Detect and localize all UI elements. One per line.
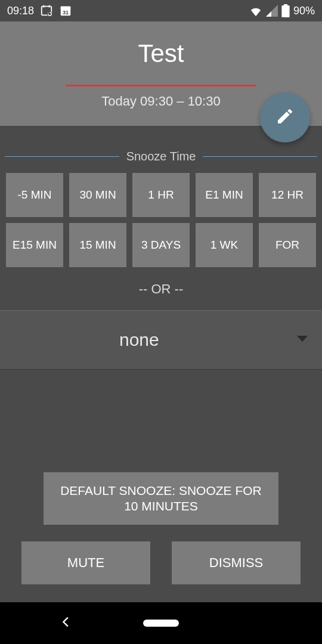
signal-icon: [266, 5, 278, 17]
default-snooze-button[interactable]: DEFAULT SNOOZE: SNOOZE FOR 10 MINUTES: [44, 472, 278, 525]
snooze-option[interactable]: 15 MIN: [69, 223, 126, 267]
battery-percent: 90%: [293, 5, 315, 17]
snooze-option[interactable]: 12 HR: [259, 173, 316, 217]
home-pill[interactable]: [143, 620, 179, 627]
snooze-grid: -5 MIN 30 MIN 1 HR E1 MIN 12 HR E15 MIN …: [0, 173, 322, 267]
back-icon[interactable]: [60, 615, 73, 631]
status-bar: 09:18 31 90%: [0, 0, 322, 21]
snooze-dropdown[interactable]: none: [0, 310, 322, 370]
svg-rect-3: [61, 7, 71, 10]
snooze-option[interactable]: E15 MIN: [6, 223, 63, 267]
snooze-option[interactable]: 1 HR: [132, 173, 190, 217]
svg-rect-5: [281, 5, 289, 17]
event-title: Test: [0, 39, 322, 68]
or-separator: -- OR --: [0, 281, 322, 297]
edit-button[interactable]: [260, 92, 310, 143]
dropdown-selected: none: [119, 330, 159, 350]
svg-rect-6: [284, 4, 288, 6]
chevron-down-icon: [297, 335, 308, 345]
snooze-option[interactable]: FOR: [259, 223, 316, 267]
snooze-option[interactable]: -5 MIN: [6, 173, 63, 217]
calendar-refresh-icon: [40, 4, 53, 17]
snooze-option[interactable]: 30 MIN: [69, 173, 126, 217]
section-header: Snooze Time: [5, 150, 317, 163]
status-time: 09:18: [7, 5, 34, 17]
mute-button[interactable]: MUTE: [21, 541, 150, 584]
navigation-bar: [0, 602, 322, 644]
calendar-date-icon: 31: [59, 4, 72, 17]
event-header: Test Today 09:30 – 10:30: [0, 21, 322, 126]
battery-icon: [281, 4, 290, 17]
svg-text:31: 31: [63, 10, 69, 16]
snooze-option[interactable]: 1 WK: [196, 223, 253, 267]
snooze-option[interactable]: E1 MIN: [196, 173, 253, 217]
section-title: Snooze Time: [119, 150, 203, 163]
dismiss-button[interactable]: DISMISS: [172, 541, 301, 584]
snooze-option[interactable]: 3 DAYS: [132, 223, 190, 267]
pencil-icon: [275, 107, 295, 128]
action-row: MUTE DISMISS: [0, 541, 322, 602]
title-underline: [66, 85, 256, 86]
wifi-icon: [249, 5, 262, 17]
